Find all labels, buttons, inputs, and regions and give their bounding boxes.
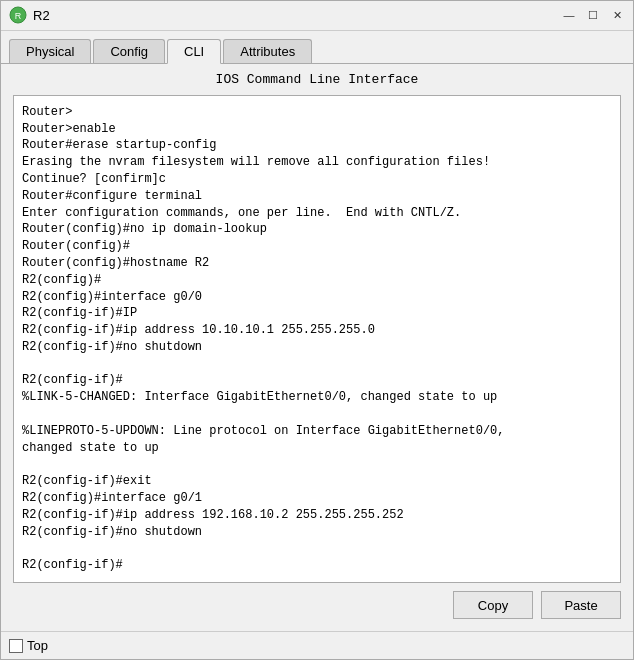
tab-config[interactable]: Config <box>93 39 165 63</box>
bottom-bar: Top <box>1 631 633 659</box>
panel-title: IOS Command Line Interface <box>13 72 621 87</box>
window-title: R2 <box>33 8 50 23</box>
title-bar-left: R R2 <box>9 6 50 24</box>
tab-cli[interactable]: CLI <box>167 39 221 64</box>
tab-physical[interactable]: Physical <box>9 39 91 63</box>
top-checkbox-text: Top <box>27 638 48 653</box>
terminal-text: Router> Router>enable Router#erase start… <box>22 104 612 574</box>
terminal-container: Router> Router>enable Router#erase start… <box>13 95 621 583</box>
minimize-button[interactable]: — <box>561 7 577 23</box>
content-area: IOS Command Line Interface Router> Route… <box>1 64 633 631</box>
close-button[interactable]: ✕ <box>609 7 625 23</box>
top-checkbox-label[interactable]: Top <box>9 638 48 653</box>
app-icon: R <box>9 6 27 24</box>
svg-text:R: R <box>15 11 22 21</box>
tab-attributes[interactable]: Attributes <box>223 39 312 63</box>
paste-button[interactable]: Paste <box>541 591 621 619</box>
maximize-button[interactable]: ☐ <box>585 7 601 23</box>
title-bar: R R2 — ☐ ✕ <box>1 1 633 31</box>
main-window: R R2 — ☐ ✕ Physical Config CLI Attribute… <box>0 0 634 660</box>
top-checkbox[interactable] <box>9 639 23 653</box>
title-bar-controls: — ☐ ✕ <box>561 7 625 23</box>
terminal-scroll[interactable]: Router> Router>enable Router#erase start… <box>14 96 620 582</box>
tab-bar: Physical Config CLI Attributes <box>1 31 633 64</box>
button-row: Copy Paste <box>13 583 621 623</box>
copy-button[interactable]: Copy <box>453 591 533 619</box>
